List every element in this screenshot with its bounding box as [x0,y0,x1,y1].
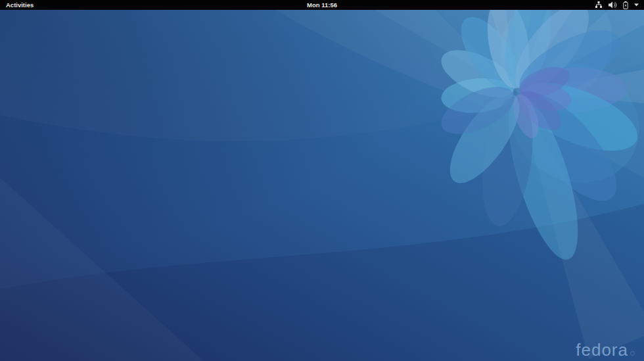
system-status-area [595,0,644,10]
clock-button[interactable]: Mon 11:56 [307,0,337,10]
wallpaper-art [0,10,644,361]
trademark-mark [630,351,635,356]
top-panel: Activities Mon 11:56 [0,0,644,10]
desktop-screen: Activities Mon 11:56 [0,0,644,361]
volume-icon[interactable] [609,1,617,9]
battery-charging-icon[interactable] [623,1,628,9]
fedora-logo: fedora [576,340,635,360]
session-dropdown-arrow-icon[interactable] [634,3,639,7]
activities-button[interactable]: Activities [0,0,39,10]
network-wired-icon[interactable] [595,1,603,9]
fedora-logo-text: fedora [576,340,628,360]
wallpaper [0,10,644,361]
